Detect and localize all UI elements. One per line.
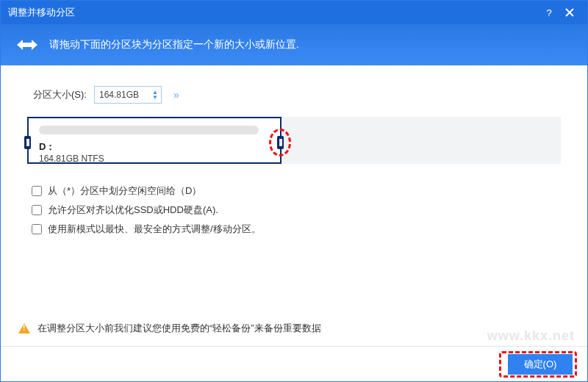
partition-block[interactable]: D： 164.81GB NTFS: [27, 117, 282, 164]
resize-arrows-icon: [17, 38, 37, 51]
warning-icon: [18, 323, 30, 334]
size-label: 分区大小(S):: [33, 88, 87, 101]
size-input[interactable]: 164.81GB ▲▼: [94, 86, 162, 104]
resize-handle-right[interactable]: [277, 136, 284, 149]
checkbox-allocate[interactable]: [32, 186, 42, 196]
window-title: 调整并移动分区: [8, 6, 539, 19]
checkbox-newmode[interactable]: [32, 224, 42, 234]
dialog-window: 调整并移动分区 ? 请拖动下面的分区块为分区指定一个新的大小或新位置. 分区大小…: [0, 0, 588, 382]
close-icon[interactable]: [559, 2, 580, 23]
instruction-banner: 请拖动下面的分区块为分区指定一个新的大小或新位置.: [1, 24, 587, 65]
options-group: 从（*）分区中划分空闲空间给（D） 允许分区对齐以优化SSD或HDD硬盘(A).…: [32, 184, 561, 236]
spinner-arrows-icon[interactable]: ▲▼: [152, 90, 158, 100]
size-row: 分区大小(S): 164.81GB ▲▼ »: [33, 86, 561, 104]
help-icon[interactable]: ?: [539, 2, 559, 23]
partition-name: D：: [39, 140, 273, 154]
option-allocate-free-space[interactable]: 从（*）分区中划分空闲空间给（D）: [32, 184, 561, 198]
titlebar: 调整并移动分区 ?: [1, 1, 587, 24]
size-value: 164.81GB: [99, 90, 152, 100]
advice-text: 在调整分区大小前我们建议您使用免费的“轻松备份”来备份重要数据: [37, 322, 321, 335]
partition-info: 164.81GB NTFS: [39, 154, 273, 164]
option-label: 从（*）分区中划分空闲空间给（D）: [48, 184, 201, 198]
option-label: 允许分区对齐以优化SSD或HDD硬盘(A).: [48, 203, 218, 217]
advanced-toggle-icon[interactable]: »: [173, 89, 177, 101]
instruction-text: 请拖动下面的分区块为分区指定一个新的大小或新位置.: [49, 38, 299, 51]
advice-row: 在调整分区大小前我们建议您使用免费的“轻松备份”来备份重要数据: [1, 311, 587, 346]
dialog-body: 分区大小(S): 164.81GB ▲▼ » D： 164.81GB NTFS: [1, 65, 587, 311]
dialog-footer: 确定(O): [1, 346, 587, 381]
used-space-bar: [39, 126, 259, 134]
option-align-ssd[interactable]: 允许分区对齐以优化SSD或HDD硬盘(A).: [32, 203, 561, 217]
option-label: 使用新模式以最快、最安全的方式调整/移动分区。: [48, 223, 261, 236]
ok-button[interactable]: 确定(O): [508, 354, 573, 375]
resize-handle-left[interactable]: [24, 136, 31, 149]
partition-track: D： 164.81GB NTFS: [27, 117, 561, 168]
checkbox-align[interactable]: [32, 205, 42, 215]
option-new-mode[interactable]: 使用新模式以最快、最安全的方式调整/移动分区。: [32, 223, 561, 236]
